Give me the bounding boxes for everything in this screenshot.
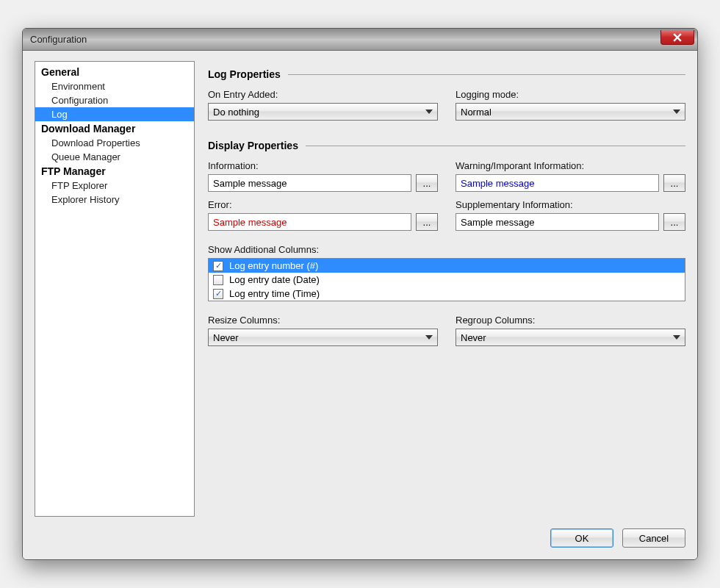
- warning-input[interactable]: Sample message: [456, 174, 659, 192]
- list-item[interactable]: ✓ Log entry time (Time): [209, 287, 685, 301]
- log-properties-title: Log Properties: [208, 68, 281, 80]
- logging-mode-combo[interactable]: Normal: [456, 103, 685, 121]
- divider: [306, 146, 685, 146]
- close-icon: [673, 33, 682, 42]
- error-input[interactable]: Sample message: [208, 213, 411, 231]
- checkbox-icon[interactable]: ✓: [213, 261, 223, 271]
- list-item[interactable]: ✓ Log entry number (#): [209, 259, 685, 273]
- configuration-dialog: Configuration General Environment Config…: [22, 28, 698, 560]
- sidebar-group-ftp-manager[interactable]: FTP Manager: [35, 164, 194, 179]
- divider: [288, 74, 685, 75]
- cancel-button[interactable]: Cancel: [622, 528, 685, 548]
- list-item-label: Log entry number (#): [229, 260, 318, 271]
- regroup-columns-label: Regroup Columns:: [456, 315, 685, 326]
- checkbox-icon[interactable]: ✓: [213, 289, 223, 299]
- sidebar-item-environment[interactable]: Environment: [35, 79, 194, 93]
- sidebar-item-queue-manager[interactable]: Queue Manager: [35, 150, 194, 164]
- information-browse-button[interactable]: ...: [416, 174, 438, 192]
- checkbox-icon[interactable]: [213, 275, 223, 285]
- sidebar-item-explorer-history[interactable]: Explorer History: [35, 193, 194, 207]
- display-properties-header: Display Properties: [208, 140, 685, 151]
- resize-columns-label: Resize Columns:: [208, 315, 438, 326]
- on-entry-added-label: On Entry Added:: [208, 89, 438, 100]
- dialog-footer: OK Cancel: [35, 528, 685, 548]
- log-properties-header: Log Properties: [208, 68, 685, 80]
- supplementary-label: Supplementary Information:: [456, 199, 685, 210]
- chevron-down-icon: [425, 110, 433, 114]
- list-item-label: Log entry time (Time): [229, 288, 320, 299]
- sidebar-item-configuration[interactable]: Configuration: [35, 93, 194, 107]
- close-button[interactable]: [660, 30, 694, 45]
- regroup-columns-combo[interactable]: Never: [456, 329, 685, 346]
- information-label: Information:: [208, 160, 438, 171]
- on-entry-added-combo[interactable]: Do nothing: [208, 103, 438, 121]
- sidebar-item-log[interactable]: Log: [35, 107, 194, 121]
- information-input[interactable]: Sample message: [208, 174, 411, 192]
- main-panel: Log Properties On Entry Added: Do nothin…: [208, 61, 685, 517]
- sidebar-tree[interactable]: General Environment Configuration Log Do…: [35, 61, 195, 517]
- show-additional-columns-label: Show Additional Columns:: [208, 244, 319, 255]
- titlebar[interactable]: Configuration: [23, 29, 697, 51]
- logging-mode-label: Logging mode:: [456, 89, 685, 100]
- list-item[interactable]: Log entry date (Date): [209, 273, 685, 287]
- chevron-down-icon: [673, 335, 680, 340]
- sidebar-group-download-manager[interactable]: Download Manager: [35, 121, 194, 136]
- window-title: Configuration: [30, 34, 87, 45]
- supplementary-browse-button[interactable]: ...: [663, 213, 685, 231]
- chevron-down-icon: [425, 335, 433, 340]
- warning-label: Warning/Imporant Information:: [456, 160, 685, 171]
- sidebar-item-ftp-explorer[interactable]: FTP Explorer: [35, 179, 194, 193]
- resize-columns-combo[interactable]: Never: [208, 329, 438, 346]
- sidebar-group-general[interactable]: General: [35, 65, 194, 79]
- warning-browse-button[interactable]: ...: [663, 174, 685, 192]
- sidebar-item-download-properties[interactable]: Download Properties: [35, 136, 194, 150]
- ok-button[interactable]: OK: [550, 528, 613, 548]
- additional-columns-listbox[interactable]: ✓ Log entry number (#) Log entry date (D…: [208, 258, 685, 301]
- display-properties-title: Display Properties: [208, 140, 298, 151]
- error-label: Error:: [208, 199, 438, 210]
- supplementary-input[interactable]: Sample message: [456, 213, 659, 231]
- window-body: General Environment Configuration Log Do…: [23, 51, 697, 559]
- chevron-down-icon: [673, 110, 680, 114]
- error-browse-button[interactable]: ...: [416, 213, 438, 231]
- list-item-label: Log entry date (Date): [229, 274, 320, 285]
